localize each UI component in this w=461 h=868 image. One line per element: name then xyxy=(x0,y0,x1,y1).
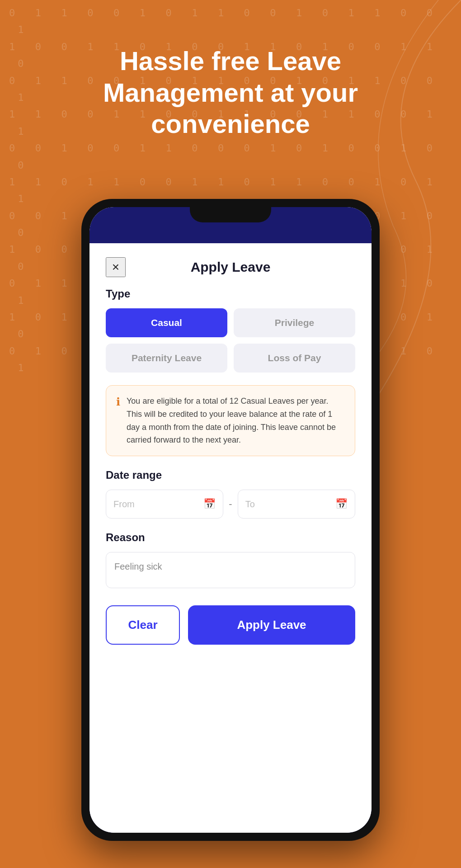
info-icon: ℹ xyxy=(116,396,120,447)
phone-inner: × Apply Leave Type Casual Privilege Pate… xyxy=(89,207,372,833)
from-placeholder: From xyxy=(113,499,135,509)
modal-title: Apply Leave xyxy=(191,259,271,275)
type-btn-privilege[interactable]: Privilege xyxy=(234,308,355,337)
from-date-input[interactable]: From 📅 xyxy=(106,490,223,519)
date-range-row: From 📅 - To 📅 xyxy=(106,490,355,519)
headline-line3: convenience xyxy=(151,109,310,138)
date-range-label: Date range xyxy=(106,469,355,481)
headline-line2: Management at your xyxy=(103,78,358,107)
bottom-buttons: Clear Apply Leave xyxy=(106,597,355,661)
phone-screen: × Apply Leave Type Casual Privilege Pate… xyxy=(89,207,372,833)
apply-leave-button[interactable]: Apply Leave xyxy=(188,605,355,645)
close-button[interactable]: × xyxy=(106,257,126,277)
modal-header: × Apply Leave xyxy=(106,243,355,288)
reason-section: Reason Feeling sick xyxy=(106,531,355,588)
to-date-input[interactable]: To 📅 xyxy=(238,490,355,519)
type-btn-paternity[interactable]: Paternity Leave xyxy=(106,344,227,373)
reason-label: Reason xyxy=(106,531,355,544)
phone-mockup: × Apply Leave Type Casual Privilege Pate… xyxy=(81,199,380,841)
clear-button[interactable]: Clear xyxy=(106,605,180,645)
reason-input[interactable]: Feeling sick xyxy=(106,552,355,588)
type-grid: Casual Privilege Paternity Leave Loss of… xyxy=(106,308,355,373)
type-btn-casual[interactable]: Casual xyxy=(106,308,227,337)
headline: Hassle free Leave Management at your con… xyxy=(0,45,461,140)
type-btn-loss[interactable]: Loss of Pay xyxy=(234,344,355,373)
to-placeholder: To xyxy=(245,499,255,509)
screen-body: × Apply Leave Type Casual Privilege Pate… xyxy=(89,243,372,833)
to-calendar-icon: 📅 xyxy=(335,498,348,510)
phone-outer: × Apply Leave Type Casual Privilege Pate… xyxy=(81,199,380,841)
info-text: You are eligible for a total of 12 Casua… xyxy=(127,395,345,447)
headline-line1: Hassle free Leave xyxy=(120,46,341,75)
from-calendar-icon: 📅 xyxy=(203,498,216,510)
info-box: ℹ You are eligible for a total of 12 Cas… xyxy=(106,385,355,456)
date-separator: - xyxy=(229,498,232,510)
type-section-label: Type xyxy=(106,288,355,300)
phone-notch xyxy=(190,207,271,222)
